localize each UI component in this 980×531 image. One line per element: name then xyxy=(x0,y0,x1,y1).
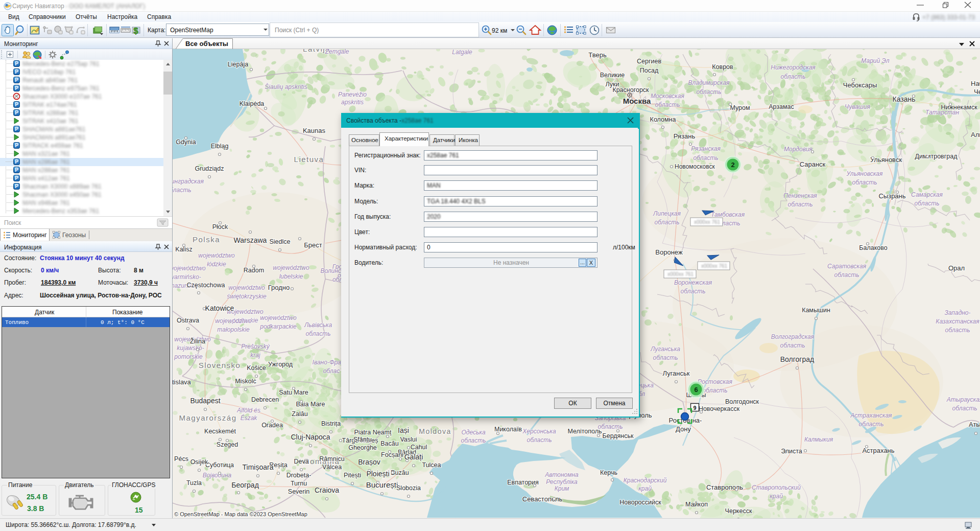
svg-text:apskritis: apskritis xyxy=(341,99,364,106)
svg-text:край: край xyxy=(770,493,783,500)
svg-text:Одеська: Одеська xyxy=(461,429,485,436)
svg-text:область: область xyxy=(653,354,678,361)
svg-text:Альметьевск: Альметьевск xyxy=(971,131,980,138)
svg-text:Самарская: Самарская xyxy=(911,191,943,198)
svg-text:małopolskie: małopolskie xyxy=(217,326,250,333)
svg-text:Краснодарский: Краснодарский xyxy=(624,477,667,484)
svg-text:Челны: Челны xyxy=(974,88,980,96)
svg-text:Мелітополь: Мелітополь xyxy=(568,428,602,435)
svg-text:Нижегородская: Нижегородская xyxy=(771,64,816,71)
svg-text:Deva: Deva xyxy=(294,458,308,465)
svg-text:x000xx 761: x000xx 761 xyxy=(694,219,721,225)
svg-text:Kalisz: Kalisz xyxy=(175,246,192,253)
svg-text:Galați: Galați xyxy=(404,453,423,461)
svg-text:край: край xyxy=(638,485,652,492)
svg-text:Tuzla: Tuzla xyxy=(186,479,202,487)
svg-text:łódzkie: łódzkie xyxy=(207,261,226,268)
svg-text:warmińsko-: warmińsko- xyxy=(172,273,201,281)
svg-text:$: $ xyxy=(133,26,138,36)
svg-text:Керчь: Керчь xyxy=(600,469,617,476)
svg-text:область: область xyxy=(834,271,859,279)
svg-text:kujawsko-: kujawsko- xyxy=(177,344,204,352)
svg-text:x000xx 761: x000xx 761 xyxy=(701,263,728,269)
svg-text:Орал: Орал xyxy=(948,264,965,272)
svg-text:Волгоград: Волгоград xyxy=(780,355,814,363)
svg-text:Пензенская: Пензенская xyxy=(783,192,817,199)
svg-text:9: 9 xyxy=(693,405,696,411)
svg-text:область: область xyxy=(788,201,813,208)
svg-text:Alföld és: Alföld és xyxy=(236,407,260,414)
svg-text:Воронежская: Воронежская xyxy=(674,279,712,286)
svg-text:область: область xyxy=(703,387,728,394)
svg-text:область: область xyxy=(952,405,977,412)
svg-text:Częstochowa: Częstochowa xyxy=(186,282,225,289)
svg-text:область: область xyxy=(697,88,722,96)
svg-text:województwo: województwo xyxy=(215,317,252,325)
svg-text:Polska: Polska xyxy=(193,235,220,244)
svg-text:Cahul: Cahul xyxy=(411,444,427,451)
svg-text:Piatra Neamț: Piatra Neamț xyxy=(354,429,392,436)
svg-text:Budapest: Budapest xyxy=(190,397,220,405)
svg-text:Ульяновск: Ульяновск xyxy=(870,156,902,164)
svg-text:Sfântu: Sfântu xyxy=(353,436,372,443)
svg-text:Latgale: Latgale xyxy=(452,49,472,56)
svg-text:Bacău: Bacău xyxy=(380,440,398,447)
svg-text:Воронеж: Воронеж xyxy=(655,248,683,256)
svg-text:область: область xyxy=(694,154,719,161)
svg-text:Debrecen: Debrecen xyxy=(251,396,279,403)
svg-text:Vaslui: Vaslui xyxy=(400,436,417,443)
svg-text:Ульяновская: Ульяновская xyxy=(846,170,883,177)
svg-text:Osijek: Osijek xyxy=(190,458,208,466)
svg-text:Тамбовская: Тамбовская xyxy=(711,211,745,218)
svg-text:Чувашия: Чувашия xyxy=(845,103,870,110)
svg-text:Kaunas: Kaunas xyxy=(303,127,326,134)
svg-text:Дону: Дону xyxy=(676,425,691,433)
svg-text:Prešovský: Prešovský xyxy=(241,343,270,350)
svg-text:Severin: Severin xyxy=(288,488,309,495)
svg-text:Craiova: Craiova xyxy=(315,486,339,494)
svg-text:Саранск: Саранск xyxy=(800,160,826,168)
svg-text:Elbląg: Elbląg xyxy=(211,143,229,150)
svg-text:Крим: Крим xyxy=(555,485,569,492)
svg-text:województwo: województwo xyxy=(228,284,265,291)
svg-text:Ставропольский: Ставропольский xyxy=(752,484,801,491)
svg-text:Oradea: Oradea xyxy=(261,422,283,429)
svg-text:Cluj-Napoca: Cluj-Napoca xyxy=(291,433,330,441)
svg-text:Magyarország: Magyarország xyxy=(179,413,236,422)
svg-text:Płock: Płock xyxy=(212,223,228,230)
svg-text:Новомосковск: Новомосковск xyxy=(675,163,715,170)
svg-text:Бердянськ: Бердянськ xyxy=(602,432,634,440)
svg-text:Московская: Московская xyxy=(651,93,684,100)
svg-text:Kecskemét: Kecskemét xyxy=(204,428,236,435)
svg-text:Астраханская: Астраханская xyxy=(850,412,893,419)
svg-text:Владимирская: Владимирская xyxy=(688,79,730,86)
svg-text:Элиста: Элиста xyxy=(781,448,802,455)
svg-text:Pitești: Pitești xyxy=(344,472,361,479)
svg-text:область: область xyxy=(461,437,486,444)
svg-text:область: область xyxy=(780,342,805,349)
svg-text:Észak: Észak xyxy=(241,414,258,422)
svg-text:Рязанская: Рязанская xyxy=(691,145,721,152)
svg-text:Москва: Москва xyxy=(623,97,651,105)
svg-text:Черкесск: Черкесск xyxy=(725,507,752,515)
svg-text:województwo: województwo xyxy=(260,314,297,321)
svg-text:область: область xyxy=(172,187,191,194)
svg-text:Liepāja: Liepāja xyxy=(228,61,248,68)
svg-text:Žilina: Žilina xyxy=(190,337,205,345)
svg-text:Херсонська: Херсонська xyxy=(522,428,556,435)
svg-text:Satu Mare: Satu Mare xyxy=(279,389,308,396)
svg-text:Посад: Посад xyxy=(640,67,659,74)
svg-text:Râmnicu: Râmnicu xyxy=(319,455,344,463)
svg-text:województwo: województwo xyxy=(198,252,235,259)
svg-text:Западно-: Западно- xyxy=(944,309,970,316)
svg-text:Београд: Београд xyxy=(231,481,259,489)
svg-text:Луганськ: Луганськ xyxy=(662,370,689,377)
svg-text:Zalău: Zalău xyxy=(292,410,307,418)
svg-text:Димитровград: Димитровград xyxy=(915,153,958,160)
svg-text:Миколаїв: Миколаїв xyxy=(494,426,522,433)
svg-text:Івано-Фран: Івано-Фран xyxy=(313,359,345,366)
svg-text:Ostrava: Ostrava xyxy=(177,317,199,324)
svg-text:Красногорск: Красногорск xyxy=(612,86,649,94)
svg-text:Gdynia: Gdynia xyxy=(176,138,196,146)
svg-text:Рязань: Рязань xyxy=(674,132,696,140)
